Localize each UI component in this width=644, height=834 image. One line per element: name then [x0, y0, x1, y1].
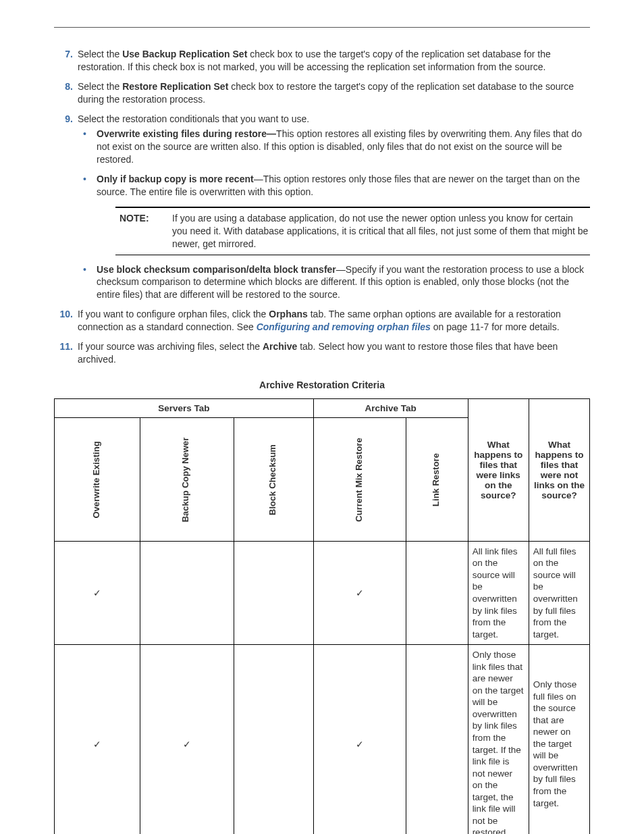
cell-check: ✓ — [55, 645, 140, 834]
cell-notlinks: Only those full files on the source that… — [529, 645, 589, 834]
cell-check — [234, 541, 313, 644]
criteria-table: Servers Tab Archive Tab What happens to … — [54, 398, 590, 834]
cell-check — [406, 645, 468, 834]
table-header-row-1: Servers Tab Archive Tab What happens to … — [55, 398, 590, 417]
bullet-list: Overwrite existing files during restore—… — [78, 128, 590, 301]
rotated-label: Link Restore — [431, 453, 443, 506]
header-rule — [54, 27, 590, 28]
cell-check — [406, 541, 468, 644]
numbered-steps: Select the Use Backup Replication Set ch… — [54, 48, 590, 366]
col-current-mix: Current Mix Restore — [313, 417, 406, 541]
step-11: If your source was archiving files, sele… — [54, 340, 590, 366]
text: Select the restoration conditionals that… — [78, 113, 309, 124]
step-10: If you want to configure orphan files, c… — [54, 308, 590, 334]
bold-term: Overwrite existing files during restore— — [97, 128, 276, 139]
step-7: Select the Use Backup Replication Set ch… — [54, 48, 590, 74]
cell-links: Only those link files that are newer on … — [468, 645, 529, 834]
step-8: Select the Restore Replication Set check… — [54, 80, 590, 106]
bold-term: Orphans — [269, 309, 308, 319]
cell-check: ✓ — [140, 645, 234, 834]
text: If you want to configure orphan files, c… — [78, 309, 269, 319]
bullet-newer: Only if backup copy is more recent—This … — [78, 173, 590, 255]
bullet-checksum: Use block checksum comparison/delta bloc… — [78, 263, 590, 302]
text: on page 11-7 for more details. — [431, 321, 560, 332]
col-overwrite: Overwrite Existing — [55, 417, 140, 541]
table-row: ✓ ✓ ✓ Only those link files that are new… — [55, 645, 590, 834]
bold-term: Use block checksum comparison/delta bloc… — [97, 264, 336, 275]
bullet-overwrite: Overwrite existing files during restore—… — [78, 128, 590, 166]
step-9: Select the restoration conditionals that… — [54, 113, 590, 302]
rotated-label: Backup Copy Newer — [182, 437, 193, 522]
table-row: ✓ ✓ All link files on the source will be… — [55, 541, 590, 644]
servers-tab-header: Servers Tab — [55, 398, 314, 417]
note-box: NOTE: If you are using a database applic… — [115, 207, 590, 255]
col-block-checksum: Block Checksum — [234, 417, 313, 541]
bold-term: Archive — [263, 341, 297, 352]
note-label: NOTE: — [115, 212, 172, 251]
cell-check — [234, 645, 313, 834]
col-link-restore: Link Restore — [406, 417, 468, 541]
document-page: Select the Use Backup Replication Set ch… — [0, 0, 644, 834]
cell-check: ✓ — [55, 541, 140, 644]
bold-term: Use Backup Replication Set — [122, 49, 247, 59]
cell-links: All link files on the source will be ove… — [468, 541, 529, 644]
cell-check: ✓ — [313, 541, 406, 644]
bold-term: Restore Replication Set — [122, 81, 228, 92]
links-question-header: What happens to files that were links on… — [468, 398, 529, 541]
col-backup-newer: Backup Copy Newer — [140, 417, 234, 541]
rotated-label: Block Checksum — [268, 444, 279, 515]
notlinks-question-header: What happens to files that were not link… — [529, 398, 589, 541]
cell-notlinks: All full files on the source will be ove… — [529, 541, 589, 644]
cross-ref-link[interactable]: Configuring and removing orphan files — [257, 321, 431, 332]
cell-check: ✓ — [313, 645, 406, 834]
archive-tab-header: Archive Tab — [313, 398, 468, 417]
text: Select the — [78, 49, 122, 59]
table-title: Archive Restoration Criteria — [54, 380, 590, 390]
text: If your source was archiving files, sele… — [78, 341, 263, 352]
note-text: If you are using a database application,… — [172, 212, 590, 251]
text: Select the — [78, 81, 122, 92]
rotated-label: Overwrite Existing — [92, 441, 103, 518]
bold-term: Only if backup copy is more recent — [97, 174, 254, 184]
cell-check — [140, 541, 234, 644]
rotated-label: Current Mix Restore — [354, 438, 365, 521]
